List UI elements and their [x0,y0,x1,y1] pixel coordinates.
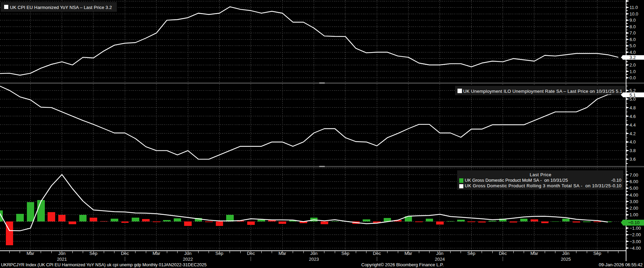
svg-text:8.0: 8.0 [630,24,636,29]
svg-text:5.0: 5.0 [630,43,636,48]
svg-text:Mar: Mar [279,251,286,256]
svg-text:2021: 2021 [57,257,67,262]
svg-text:Mar: Mar [404,251,412,256]
svg-text:−4.00: −4.00 [630,246,641,251]
svg-text:4.2: 4.2 [630,131,636,136]
svg-text:UK Gross Domestic Product MoM: UK Gross Domestic Product MoM SA - on 10… [465,178,568,183]
svg-text:1.00: 1.00 [630,212,638,217]
svg-text:Sep: Sep [467,251,475,256]
svg-text:−3.00: −3.00 [630,239,641,244]
svg-text:UK Unemployment ILO Unemployme: UK Unemployment ILO Unemployment Rate SA… [463,89,623,94]
svg-text:2025: 2025 [561,257,571,262]
svg-text:Mar: Mar [531,251,539,256]
svg-text:UK CPI EU Harmonized YoY NSA –: UK CPI EU Harmonized YoY NSA – Last Pric… [10,5,112,10]
svg-text:Sep: Sep [89,251,97,256]
svg-text:1.0: 1.0 [630,69,636,74]
svg-text:Jun: Jun [562,251,570,256]
svg-text:−0.10: −0.10 [628,220,640,225]
svg-text:2.00: 2.00 [630,206,638,211]
svg-text:3.6: 3.6 [630,157,636,162]
svg-text:Dec: Dec [121,251,129,256]
svg-text:4.00: 4.00 [630,192,638,198]
svg-text:Dec: Dec [499,251,507,256]
svg-text:UKRPCJYR Index (UK CPI EU Harm: UKRPCJYR Index (UK CPI EU Harmonized YoY… [1,262,207,267]
svg-text:Copyright© 2026 Bloomberg Fina: Copyright© 2026 Bloomberg Finance L.P. [361,262,444,267]
svg-text:2024: 2024 [435,257,445,262]
svg-text:7.00: 7.00 [630,172,638,178]
svg-text:Dec: Dec [373,251,381,256]
svg-text:9.0: 9.0 [630,18,636,23]
svg-text:Jun: Jun [436,251,443,256]
svg-text:5.1: 5.1 [630,92,636,98]
svg-text:10.0: 10.0 [630,11,638,17]
svg-text:4.4: 4.4 [630,122,636,128]
svg-text:2023: 2023 [309,257,319,262]
svg-text:2022: 2022 [183,257,193,262]
svg-text:Sep: Sep [593,251,601,256]
svg-text:0.0: 0.0 [630,75,636,80]
svg-text:Dec: Dec [247,251,255,256]
svg-text:4.0: 4.0 [630,50,636,55]
svg-text:6.00: 6.00 [630,179,638,184]
svg-text:Jun: Jun [58,251,66,256]
svg-text:-0.10: -0.10 [611,178,622,183]
svg-text:Mar: Mar [27,251,34,256]
svg-text:3.2: 3.2 [630,55,636,60]
svg-text:3.8: 3.8 [630,148,636,153]
svg-text:Sep: Sep [341,251,349,256]
svg-text:6.0: 6.0 [630,37,636,42]
svg-text:4.8: 4.8 [630,105,636,110]
svg-text:4.6: 4.6 [630,114,636,119]
svg-text:5.00: 5.00 [630,186,638,191]
svg-text:Last Price: Last Price [530,172,552,177]
svg-text:09-Jan-2026 06:55:42: 09-Jan-2026 06:55:42 [599,262,643,267]
svg-text:Sep: Sep [215,251,223,256]
svg-text:−2.00: −2.00 [630,232,641,237]
svg-text:4.0: 4.0 [630,139,636,145]
svg-text:2.0: 2.0 [630,62,636,68]
svg-text:Mar: Mar [152,251,160,256]
svg-text:-0.10: -0.10 [611,183,622,188]
svg-text:7.0: 7.0 [630,30,636,36]
svg-text:3.00: 3.00 [630,199,638,204]
svg-text:−1.00: −1.00 [630,226,641,231]
svg-text:UK Gross Domestic Product Roll: UK Gross Domestic Product Rolling 3 mont… [465,183,611,188]
svg-text:Jun: Jun [184,251,192,256]
svg-text:11.0: 11.0 [630,5,638,10]
svg-text:Jun: Jun [310,251,318,256]
